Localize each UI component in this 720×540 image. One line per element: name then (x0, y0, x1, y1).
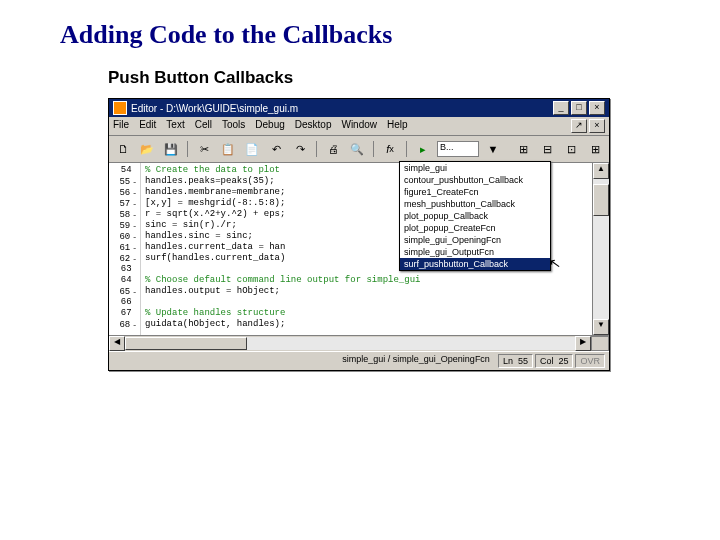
print-icon[interactable]: 🖨 (323, 139, 343, 159)
menu-cell[interactable]: Cell (195, 119, 212, 133)
line-number: 68- (109, 319, 137, 330)
status-col: Col 25 (535, 354, 574, 368)
line-number: 64 (109, 275, 137, 286)
paste-icon[interactable]: 📄 (242, 139, 262, 159)
menu-tools[interactable]: Tools (222, 119, 245, 133)
line-number: 67 (109, 308, 137, 319)
code-line[interactable]: handles.output = hObject; (145, 286, 592, 297)
window-title: Editor - D:\Work\GUIDE\simple_gui.m (131, 103, 298, 114)
dropdown-item[interactable]: plot_popup_Callback (400, 210, 550, 222)
scroll-down-icon[interactable]: ▼ (593, 319, 609, 335)
line-number: 59- (109, 220, 137, 231)
copy-icon[interactable]: 📋 (218, 139, 238, 159)
maximize-button[interactable]: □ (571, 101, 587, 115)
tab-undock-button[interactable]: ↗ (571, 119, 587, 133)
dropdown-item[interactable]: simple_gui (400, 162, 550, 174)
scroll-up-icon[interactable]: ▲ (593, 163, 609, 179)
separator (316, 141, 317, 157)
line-number: 65- (109, 286, 137, 297)
undo-icon[interactable]: ↶ (266, 139, 286, 159)
tab-close-button[interactable]: × (589, 119, 605, 133)
line-number: 56- (109, 187, 137, 198)
status-line: Ln 55 (498, 354, 533, 368)
hscroll-track[interactable] (125, 337, 575, 350)
dropdown-item[interactable]: contour_pushbutton_Callback (400, 174, 550, 186)
separator (373, 141, 374, 157)
run-icon[interactable]: ▸ (413, 139, 433, 159)
menu-text[interactable]: Text (166, 119, 184, 133)
scroll-thumb[interactable] (593, 184, 609, 216)
code-line[interactable] (145, 297, 592, 308)
line-number: 66 (109, 297, 137, 308)
page-title: Adding Code to the Callbacks (60, 20, 660, 50)
layout-icon[interactable]: ⊞ (513, 139, 533, 159)
layout-icon[interactable]: ⊟ (537, 139, 557, 159)
goto-box[interactable]: B... (437, 141, 479, 157)
find-icon[interactable]: 🔍 (347, 139, 367, 159)
menu-desktop[interactable]: Desktop (295, 119, 332, 133)
status-path: simple_gui / simple_gui_OpeningFcn (113, 354, 496, 368)
line-number: 54 (109, 165, 137, 176)
line-gutter: 54 55-56-57-58-59-60-61-62-63 64 65-66 6… (109, 163, 141, 335)
line-number: 62- (109, 253, 137, 264)
matlab-icon (113, 101, 127, 115)
menu-debug[interactable]: Debug (255, 119, 284, 133)
separator (187, 141, 188, 157)
line-number: 60- (109, 231, 137, 242)
save-icon[interactable]: 💾 (161, 139, 181, 159)
menubar: File Edit Text Cell Tools Debug Desktop … (109, 117, 609, 136)
separator (406, 141, 407, 157)
dropdown-item[interactable]: surf_pushbutton_Callback (400, 258, 550, 270)
redo-icon[interactable]: ↷ (290, 139, 310, 159)
subtitle: Push Button Callbacks (108, 68, 660, 88)
scroll-corner (591, 336, 609, 351)
menu-help[interactable]: Help (387, 119, 408, 133)
line-number: 63 (109, 264, 137, 275)
new-icon[interactable]: 🗋 (113, 139, 133, 159)
cursor-pointer-icon: ↖ (548, 254, 563, 272)
scroll-right-icon[interactable]: ▶ (575, 336, 591, 351)
minimize-button[interactable]: _ (553, 101, 569, 115)
line-number: 58- (109, 209, 137, 220)
dropdown-arrow-icon[interactable]: ▼ (483, 139, 503, 159)
hscrollbar[interactable]: ◀ ▶ (109, 335, 609, 351)
code-line[interactable]: % Choose default command line output for… (145, 275, 592, 286)
toolbar: 🗋 📂 💾 ✂ 📋 📄 ↶ ↷ 🖨 🔍 fx ▸ B... ▼ ⊞ ⊟ ⊡ ⊞ (109, 136, 609, 163)
menu-window[interactable]: Window (341, 119, 377, 133)
dropdown-item[interactable]: simple_gui_OpeningFcn (400, 234, 550, 246)
statusbar: simple_gui / simple_gui_OpeningFcn Ln 55… (109, 351, 609, 370)
fx-icon[interactable]: fx (380, 139, 400, 159)
function-dropdown[interactable]: simple_guicontour_pushbutton_Callbackfig… (399, 161, 551, 271)
cut-icon[interactable]: ✂ (194, 139, 214, 159)
scroll-left-icon[interactable]: ◀ (109, 336, 125, 351)
menu-file[interactable]: File (113, 119, 129, 133)
hscroll-thumb[interactable] (125, 337, 247, 350)
dropdown-item[interactable]: mesh_pushbutton_Callback (400, 198, 550, 210)
code-line[interactable]: guidata(hObject, handles); (145, 319, 592, 330)
editor-window: Editor - D:\Work\GUIDE\simple_gui.m _ □ … (108, 98, 610, 371)
scroll-track[interactable] (593, 179, 609, 319)
open-icon[interactable]: 📂 (137, 139, 157, 159)
dropdown-item[interactable]: plot_popup_CreateFcn (400, 222, 550, 234)
vscrollbar[interactable]: ▲ ▼ (592, 163, 609, 335)
dropdown-item[interactable]: figure1_CreateFcn (400, 186, 550, 198)
layout-icon[interactable]: ⊡ (561, 139, 581, 159)
line-number: 57- (109, 198, 137, 209)
line-number: 61- (109, 242, 137, 253)
close-button[interactable]: × (589, 101, 605, 115)
status-ovr: OVR (575, 354, 605, 368)
editor-content: 54 55-56-57-58-59-60-61-62-63 64 65-66 6… (109, 163, 609, 335)
menu-edit[interactable]: Edit (139, 119, 156, 133)
titlebar[interactable]: Editor - D:\Work\GUIDE\simple_gui.m _ □ … (109, 99, 609, 117)
code-line[interactable]: % Update handles structure (145, 308, 592, 319)
layout-icon[interactable]: ⊞ (585, 139, 605, 159)
line-number: 55- (109, 176, 137, 187)
dropdown-item[interactable]: simple_gui_OutputFcn (400, 246, 550, 258)
